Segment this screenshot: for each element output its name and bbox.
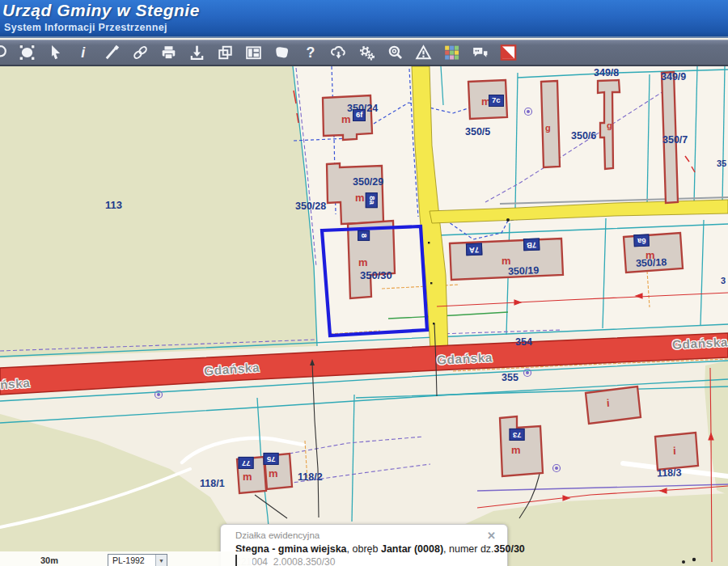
close-icon[interactable]: ✕	[487, 530, 496, 541]
cloud-download-icon[interactable]	[330, 44, 347, 61]
popup-text-segment: , obręb	[347, 543, 381, 555]
comments-icon[interactable]	[472, 44, 489, 61]
legend-grid-icon[interactable]	[443, 44, 460, 61]
layout-panels-icon[interactable]	[245, 44, 262, 61]
svg-text:i: i	[81, 44, 86, 61]
app-subtitle: System Informacji Przestrzennej	[4, 22, 167, 33]
ellipse-select-icon[interactable]	[19, 44, 36, 61]
link-icon[interactable]	[132, 44, 149, 61]
help-icon[interactable]: ?	[302, 44, 319, 61]
svg-text:?: ?	[307, 44, 315, 61]
chevron-down-icon: ▼	[155, 555, 167, 566]
cursor-icon[interactable]	[47, 44, 64, 61]
parcel-identifier: 221004_2.0008.350/30	[235, 556, 496, 566]
popup-title: Działka ewidencyjna	[235, 530, 320, 540]
zoom-search-icon[interactable]	[387, 44, 404, 61]
status-bar: 30m PL-1992 ▼	[0, 551, 252, 566]
info-icon[interactable]: i	[75, 44, 92, 61]
crs-select[interactable]: PL-1992 ▼	[108, 554, 167, 566]
parcel-info-popup: Działka ewidencyjna ✕ Stegna - gmina wie…	[220, 524, 508, 566]
export-icon[interactable]	[188, 44, 205, 61]
print-icon[interactable]	[160, 44, 177, 61]
popup-description: Stegna - gmina wiejska, obręb Jantar (00…	[235, 543, 496, 555]
application-window: 113350/28350/24350/29350/30350/5349/8349…	[0, 0, 728, 566]
crs-value: PL-1992	[112, 555, 145, 565]
popup-text-segment: 350/30	[494, 543, 525, 555]
polygon-balloon-icon[interactable]	[273, 44, 290, 61]
toolbar: i?	[0, 40, 728, 66]
app-title: Urząd Gminy w Stegnie	[2, 1, 200, 20]
scale-label: 30m	[40, 555, 58, 565]
map-viewport[interactable]: 113350/28350/24350/29350/30350/5349/8349…	[0, 0, 728, 566]
scale-tick	[235, 555, 237, 566]
popup-text-segment: , numer dz.	[443, 543, 494, 555]
map-canvas[interactable]	[0, 0, 728, 566]
zoom-window-icon[interactable]	[0, 44, 7, 61]
measure-icon[interactable]	[104, 44, 121, 61]
app-header: Urząd Gminy w Stegnie System Informacji …	[0, 0, 728, 38]
redlining-flag-icon[interactable]	[500, 44, 517, 61]
warning-icon[interactable]	[415, 44, 432, 61]
popup-text-segment: Jantar (0008)	[381, 543, 443, 555]
copy-view-icon[interactable]	[217, 44, 234, 61]
settings-gears-icon[interactable]	[358, 44, 375, 61]
